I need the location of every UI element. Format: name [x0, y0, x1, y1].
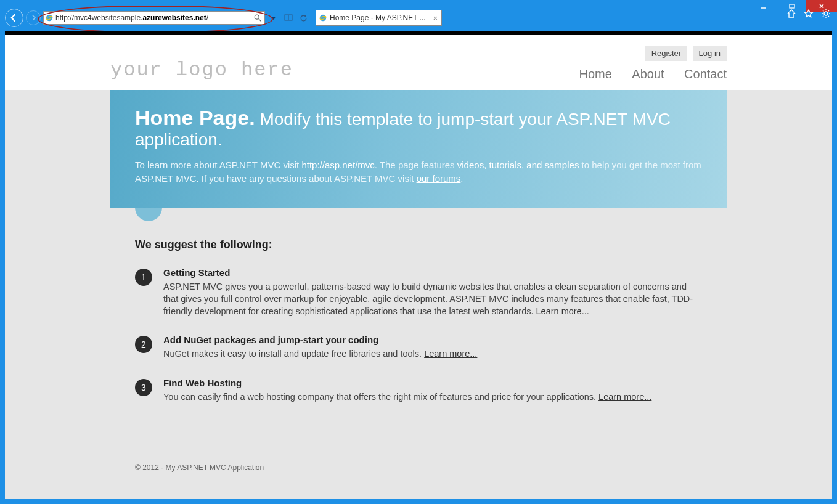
tab-title: Home Page - My ASP.NET ...	[330, 14, 431, 22]
step-number: 2	[135, 336, 152, 353]
page-viewport: your logo here Register Log in Home Abou…	[5, 31, 832, 499]
hero-link-samples[interactable]: videos, tutorials, and samples	[457, 160, 579, 170]
hero-title: Home Page. Modify this template to jump-…	[135, 106, 702, 150]
svg-point-6	[255, 15, 259, 19]
step-number: 3	[135, 379, 152, 396]
address-url: http://mvc4websitesample.azurewebsites.n…	[55, 14, 253, 22]
learn-more-link[interactable]: Learn more...	[424, 349, 477, 359]
svg-point-12	[824, 12, 828, 15]
nav-back-button[interactable]	[5, 9, 23, 27]
learn-more-link[interactable]: Learn more...	[536, 306, 589, 316]
svg-line-7	[259, 19, 261, 22]
dropdown-icon[interactable]: ▾	[267, 12, 280, 24]
item-title: Add NuGet packages and jump-start your c…	[163, 335, 477, 345]
register-link[interactable]: Register	[645, 46, 687, 61]
refresh-icon[interactable]	[297, 12, 309, 24]
browser-tab[interactable]: Home Page - My ASP.NET ... ×	[316, 10, 442, 26]
home-icon[interactable]	[786, 9, 796, 21]
address-bar[interactable]: http://mvc4websitesample.azurewebsites.n…	[43, 11, 265, 25]
page-footer: © 2012 - My ASP.NET MVC Application	[110, 457, 727, 497]
ie-icon	[319, 14, 327, 22]
favorites-icon[interactable]	[804, 9, 814, 21]
suggest-heading: We suggest the following:	[135, 238, 702, 251]
compat-view-icon[interactable]	[282, 12, 295, 24]
list-item: 3 Find Web Hosting You can easily find a…	[135, 378, 702, 403]
nav-forward-button[interactable]	[26, 10, 41, 25]
item-body: NuGet makes it easy to install and updat…	[163, 348, 477, 360]
item-body: You can easily find a web hosting compan…	[163, 391, 651, 403]
login-link[interactable]: Log in	[693, 46, 727, 61]
learn-more-link[interactable]: Learn more...	[598, 392, 651, 402]
item-title: Find Web Hosting	[163, 378, 651, 388]
hero-banner: Home Page. Modify this template to jump-…	[110, 90, 727, 208]
hero-paragraph: To learn more about ASP.NET MVC visit ht…	[135, 158, 702, 185]
main-nav: Home About Contact	[562, 67, 727, 81]
hero-link-forums[interactable]: our forums	[417, 173, 461, 184]
hero-tab-decoration	[135, 208, 162, 221]
list-item: 1 Getting Started ASP.NET MVC gives you …	[135, 267, 702, 318]
nav-contact[interactable]: Contact	[684, 67, 727, 81]
site-logo: your logo here	[110, 59, 293, 81]
item-body: ASP.NET MVC gives you a powerful, patter…	[163, 280, 702, 318]
hero-link-mvc[interactable]: http://asp.net/mvc	[301, 160, 374, 170]
step-number: 1	[135, 269, 152, 286]
tab-close-icon[interactable]: ×	[431, 14, 439, 23]
list-item: 2 Add NuGet packages and jump-start your…	[135, 335, 702, 360]
nav-home[interactable]: Home	[579, 67, 612, 81]
nav-about[interactable]: About	[632, 67, 664, 81]
item-title: Getting Started	[163, 267, 702, 278]
search-icon[interactable]	[253, 14, 262, 22]
tools-icon[interactable]	[821, 9, 831, 21]
ie-icon	[45, 14, 54, 22]
